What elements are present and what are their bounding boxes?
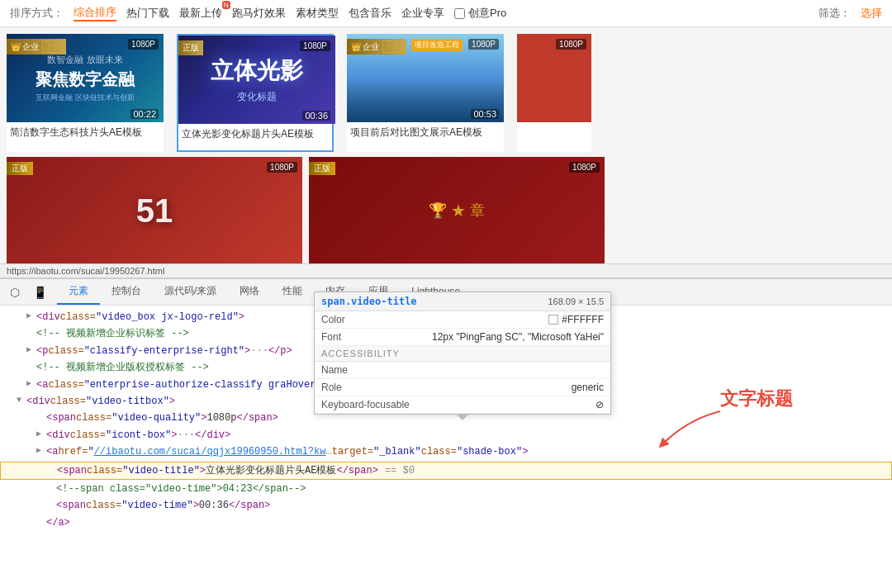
video-card-3[interactable]: 👑 企业 正版 项目改造工程 1080P 00:53 项目前后对比图文展示AE模… xyxy=(347,34,504,152)
tab-elements[interactable]: 元素 xyxy=(57,279,100,305)
tab-network[interactable]: 网络 xyxy=(228,279,271,305)
tab-performance[interactable]: 性能 xyxy=(271,279,314,305)
duration-1: 00:22 xyxy=(130,109,159,119)
quality-badge-3: 1080P xyxy=(468,39,499,50)
video-thumb-2: 正版 1080P 立体光影 变化标题 00:36 xyxy=(178,36,335,124)
crown-icon-3: 👑 xyxy=(351,42,361,51)
color-swatch xyxy=(548,315,558,325)
duration-3: 00:53 xyxy=(471,109,499,119)
code-line-11: <!--span class="video-time">04:23</span-… xyxy=(0,481,892,497)
sort-comprehensive[interactable]: 综合排序 xyxy=(74,5,116,21)
tooltip-role-label: Role xyxy=(321,382,342,393)
mobile-icon[interactable]: 📱 xyxy=(30,284,50,301)
tab-console[interactable]: 控制台 xyxy=(100,279,153,305)
video-card-2[interactable]: 正版 1080P 立体光影 变化标题 00:36 立体光影变化标题片头AE模板 xyxy=(177,34,334,152)
tooltip-color-row: Color #FFFFFF xyxy=(315,311,610,329)
status-url-text: https://ibaotu.com/sucai/19950267.html xyxy=(7,266,164,276)
code-line-8: ▶ <div class="icont-box" > ··· </div> xyxy=(0,427,892,443)
video-title-2: 立体光影变化标题片头AE模板 xyxy=(178,124,332,150)
video-thumb-3: 👑 企业 正版 项目改造工程 1080P 00:53 xyxy=(347,34,504,122)
sort-marquee[interactable]: 跑马灯效果 xyxy=(232,6,286,21)
code-line-10-highlighted[interactable]: <span class="video-title" > 立体光影变化标题片头AE… xyxy=(0,462,892,480)
video-partial-2[interactable]: 正版 1080P 🏆 ★ 章 xyxy=(309,157,605,263)
tooltip-role-row: Role generic xyxy=(315,379,610,396)
tooltip-name-row: Name xyxy=(315,362,610,379)
devtools-icon-group: ⬡ 📱 xyxy=(7,284,50,301)
select-button[interactable]: 选择 xyxy=(861,6,882,21)
tooltip-keyboard-label: Keyboard-focusable xyxy=(321,399,410,410)
video-title-1: 简洁数字生态科技片头AE模板 xyxy=(7,122,164,149)
devtools-panel: ⬡ 📱 元素 控制台 源代码/来源 网络 性能 内存 应用 Lighthouse… xyxy=(0,277,892,588)
tooltip-keyboard-value: ⊘ xyxy=(595,399,604,410)
video-thumb-1: 👑 企业 正版 1080P 数智金融 放眼未来 聚焦数字金融 互联网金融 区块链… xyxy=(7,34,164,122)
expand-arrow-3[interactable]: ▶ xyxy=(26,343,36,357)
tooltip-arrow xyxy=(456,414,469,420)
expand-arrow-9[interactable]: ▶ xyxy=(36,443,46,458)
sort-latest-upload[interactable]: 最新上传 N xyxy=(179,6,222,21)
sort-with-music[interactable]: 包含音乐 xyxy=(349,6,391,21)
main-wrapper: 排序方式： 综合排序 热门下载 最新上传 N 跑马灯效果 素材类型 包含音乐 企… xyxy=(0,0,892,588)
video-partial-1[interactable]: 正版 1080P 51 xyxy=(7,157,302,263)
creative-pro-checkbox[interactable]: 创意Pro xyxy=(454,6,506,21)
sort-enterprise[interactable]: 企业专享 xyxy=(401,6,444,21)
tooltip-color-label: Color xyxy=(321,314,345,325)
enterprise-badge-3: 👑 企业 正版 xyxy=(347,39,406,55)
tooltip-box: span.video-title 168.09 × 15.5 Color #FF… xyxy=(314,292,611,415)
tooltip-size: 168.09 × 15.5 xyxy=(548,296,604,306)
project-badge: 项目改造工程 xyxy=(411,39,463,51)
expand-arrow-1[interactable]: ▶ xyxy=(26,309,36,323)
tooltip-keyboard-row: Keyboard-focusable ⊘ xyxy=(315,396,610,414)
duration-2: 00:36 xyxy=(302,111,330,121)
tooltip-font-row: Font 12px "PingFang SC", "Microsoft YaHe… xyxy=(315,329,610,346)
tooltip-font-label: Font xyxy=(321,331,341,343)
sort-hot-download[interactable]: 热门下载 xyxy=(126,6,169,21)
tooltip-font-value: 12px "PingFang SC", "Microsoft YaHei" xyxy=(432,331,604,343)
video-title-3: 项目前后对比图文展示AE模板 xyxy=(347,122,504,149)
tooltip-color-value: #FFFFFF xyxy=(548,314,604,325)
tooltip-selector: span.video-title xyxy=(321,296,417,307)
new-badge: N xyxy=(222,1,231,9)
tooltip-role-value: generic xyxy=(572,382,604,393)
tab-sources[interactable]: 源代码/来源 xyxy=(153,279,228,305)
expand-arrow-5[interactable]: ▶ xyxy=(26,377,36,391)
code-line-12: <span class="video-time" > 00:36 </span> xyxy=(0,497,892,514)
sort-label: 排序方式： xyxy=(10,6,64,21)
filter-label: 筛选： xyxy=(818,6,851,21)
creative-pro-label: 创意Pro xyxy=(468,6,506,21)
tooltip-name-label: Name xyxy=(321,364,348,376)
expand-arrow-6[interactable]: ▼ xyxy=(17,393,26,407)
video-row-2: 正版 1080P 51 正版 1080P 🏆 ★ 章 xyxy=(0,152,892,263)
cursor-icon[interactable]: ⬡ xyxy=(7,284,23,301)
sort-material-type[interactable]: 素材类型 xyxy=(296,6,339,21)
tooltip-accessibility-section: ACCESSIBILITY xyxy=(315,346,610,362)
top-bar: 排序方式： 综合排序 热门下载 最新上传 N 跑马灯效果 素材类型 包含音乐 企… xyxy=(0,0,892,27)
video-section: 👑 企业 正版 1080P 数智金融 放眼未来 聚焦数字金融 互联网金融 区块链… xyxy=(0,27,892,263)
video-card-1[interactable]: 👑 企业 正版 1080P 数智金融 放眼未来 聚焦数字金融 互联网金融 区块链… xyxy=(7,34,164,152)
video-row-1: 👑 企业 正版 1080P 数智金融 放眼未来 聚焦数字金融 互联网金融 区块链… xyxy=(0,27,892,152)
code-line-13: </a> xyxy=(0,514,892,531)
creative-pro-input[interactable] xyxy=(454,8,465,19)
status-url-bar: https://ibaotu.com/sucai/19950267.html xyxy=(0,263,892,277)
tooltip-header: span.video-title 168.09 × 15.5 xyxy=(315,292,610,311)
expand-arrow-8[interactable]: ▶ xyxy=(36,427,46,441)
video-card-4-partial[interactable]: 1080P xyxy=(517,34,591,152)
code-line-9: ▶ <a href="//ibaotu.com/sucai/qqjx199609… xyxy=(0,443,892,460)
